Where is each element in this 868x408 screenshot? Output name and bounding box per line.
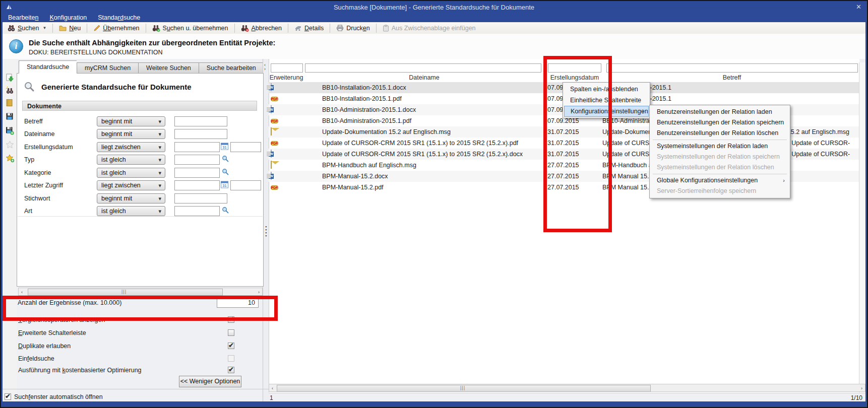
pdf-file-icon: PDF	[271, 95, 279, 103]
new-search-icon[interactable]	[6, 86, 14, 95]
lookup-magnifier-icon[interactable]	[222, 168, 229, 175]
tab-suche-bearbeiten[interactable]: Suche bearbeiten	[199, 62, 264, 74]
checkbox-erweiterte-schalterleiste[interactable]	[228, 329, 234, 336]
submenu-item-benutzer-laden[interactable]: Benutzereinstellungen der Relation laden	[651, 107, 789, 117]
calendar-icon[interactable]: 31	[221, 143, 228, 150]
lookup-magnifier-icon[interactable]	[222, 207, 229, 214]
column-scroll-arrows[interactable]: ‹›	[264, 63, 266, 71]
toolbar-divider	[146, 24, 146, 33]
column-header-dateiname[interactable]: Dateiname	[304, 74, 544, 82]
tab-weitere-suchen[interactable]: Weitere Suchen	[138, 62, 199, 74]
column-header-erstellungsdatum[interactable]: Erstellungsdatum	[544, 74, 605, 82]
operator-select[interactable]: beginnt mit	[97, 129, 165, 139]
search-button[interactable]: Suchen ▼	[3, 23, 51, 33]
table-horizontal-scrollbar[interactable]: ‹ ||| ›	[269, 384, 865, 392]
pencil-icon	[93, 25, 100, 32]
operator-select[interactable]: liegt zwischen	[97, 142, 165, 152]
date-from-input[interactable]	[174, 180, 220, 190]
submenu-item-system-laden[interactable]: Systemeinstellungen der Relation laden	[651, 141, 789, 152]
menu-item-spalten[interactable]: Spalten ein-/ausblenden	[564, 84, 649, 95]
close-icon[interactable]: ✕	[856, 3, 861, 11]
field-input[interactable]	[174, 193, 227, 203]
less-options-button[interactable]: << Weniger Optionen	[179, 376, 241, 387]
submenu-item-benutzer-speichern[interactable]: Benutzereinstellungen der Relation speic…	[651, 117, 789, 128]
load-search-icon[interactable]	[6, 74, 14, 82]
option-label: Erweiterte Schalterleiste	[18, 329, 86, 336]
column-header-betreff[interactable]: Betreff	[605, 74, 859, 82]
info-icon: i	[9, 39, 23, 53]
open-folder-icon[interactable]	[6, 99, 14, 107]
submenu-item-globale-konfiguration[interactable]: Globale Konfigurationseinstellungen ›	[651, 175, 789, 186]
date-to-input[interactable]	[230, 142, 261, 152]
menu-item-konfigurationseinstellungen[interactable]: Konfigurationseinstellungen ›	[564, 106, 649, 117]
operator-select[interactable]: beginnt mit	[97, 116, 165, 126]
filter-input-erweiterung[interactable]	[271, 63, 303, 73]
operator-select[interactable]: beginnt mit	[97, 193, 165, 203]
cell-dateiname: Update of CURSOR-CRM 2015 SR1 (15.1.x) t…	[322, 149, 543, 160]
add-favorite-star-icon[interactable]	[6, 154, 14, 163]
checkbox-vergleichsoperatoren[interactable]	[228, 316, 234, 323]
cell-datum: 27.07.2015	[547, 182, 607, 193]
lookup-input[interactable]	[174, 155, 220, 165]
submenu-item-system-speichern: Systemeinstellungen der Relation speiche…	[651, 152, 789, 162]
lookup-input[interactable]	[174, 168, 220, 178]
checkbox-suchfenster-automatisch[interactable]	[5, 393, 11, 400]
scroll-left-icon[interactable]: ‹	[272, 385, 273, 392]
column-header-erweiterung[interactable]: Erweiterung	[269, 74, 304, 82]
column-context-menu: Spalten ein-/ausblenden Einheitliche Spa…	[563, 82, 650, 118]
menu-bar: Bearbeiten Konfiguration Standardsuche	[3, 13, 865, 22]
toolbar-divider	[330, 24, 330, 33]
menu-bearbeiten[interactable]: Bearbeiten	[3, 14, 44, 21]
lookup-input[interactable]	[174, 206, 220, 216]
cancel-button[interactable]: Abbrechen	[236, 23, 287, 33]
submenu-item-benutzer-loeschen[interactable]: Benutzereinstellungen der Relation lösch…	[651, 128, 789, 139]
scrollbar-thumb[interactable]: |||	[277, 385, 651, 392]
chevron-down-icon[interactable]: ▼	[42, 26, 46, 30]
search-title: Generierte Standardsuche für Dokumente	[41, 83, 192, 91]
calendar-icon[interactable]: 31	[221, 181, 228, 188]
menu-separator	[653, 140, 787, 140]
cell-dateiname: BPM-Manual-15.2.pdf	[322, 182, 543, 193]
form-horizontal-scrollbar[interactable]: ‹ ||| ›	[18, 288, 263, 296]
operator-select[interactable]: ist gleich	[97, 168, 165, 178]
scroll-right-icon[interactable]: ›	[861, 385, 862, 392]
toolbar-divider	[234, 24, 235, 33]
table-vertical-scrollbar[interactable]	[859, 62, 866, 392]
menu-item-spaltenbreite[interactable]: Einheitliche Spaltenbreite	[564, 95, 649, 106]
save-icon[interactable]	[6, 112, 14, 121]
filter-input-erstellungsdatum[interactable]	[548, 63, 601, 73]
field-input[interactable]	[174, 129, 227, 139]
filter-input-betreff[interactable]	[606, 63, 858, 73]
date-from-input[interactable]	[174, 142, 220, 152]
scrollbar-thumb[interactable]: |||	[28, 289, 223, 296]
splitter-grip[interactable]: ▪▪▪▪	[265, 225, 267, 237]
field-label: Letzter Zugriff	[24, 182, 63, 189]
option-label: Duplikate erlauben	[18, 343, 71, 350]
filter-input-dateiname[interactable]	[305, 63, 541, 73]
date-to-input[interactable]	[230, 180, 261, 190]
print-button[interactable]: Drucken	[331, 23, 375, 33]
checkbox-einfeldsuche[interactable]	[228, 355, 234, 362]
apply-button[interactable]: Übernehmen	[88, 23, 144, 33]
scroll-right-icon[interactable]: ›	[258, 289, 260, 296]
dependency-info-panel: i Die Suche enthält Abhängigkeiten zur ü…	[3, 34, 865, 59]
field-label: Stichwort	[24, 195, 50, 202]
tab-mycrm-suchen[interactable]: myCRM Suchen	[77, 62, 138, 74]
scroll-left-icon[interactable]: ‹	[21, 289, 23, 296]
menu-standardsuche[interactable]: Standardsuche	[92, 14, 146, 21]
field-input[interactable]	[174, 116, 227, 126]
operator-select[interactable]: ist gleich	[97, 155, 165, 165]
details-button[interactable]: Details	[289, 23, 329, 33]
results-count-input[interactable]: 10	[217, 298, 259, 308]
tab-standardsuche[interactable]: Standardsuche	[19, 60, 77, 74]
search-and-apply-button[interactable]: Suchen u. übernehmen	[147, 23, 233, 33]
checkbox-kostenbasierte-optimierung[interactable]	[228, 367, 234, 373]
operator-select[interactable]: liegt zwischen	[97, 180, 165, 190]
menu-konfiguration[interactable]: Konfiguration	[44, 14, 92, 21]
save-as-icon[interactable]	[6, 126, 14, 135]
checkbox-duplikate-erlauben[interactable]	[228, 343, 234, 349]
operator-select[interactable]: ist gleich	[97, 206, 165, 216]
info-title: Die Suche enthält Abhängigkeiten zur übe…	[29, 39, 275, 47]
new-button[interactable]: Neu	[54, 23, 86, 33]
lookup-magnifier-icon[interactable]	[222, 155, 229, 162]
